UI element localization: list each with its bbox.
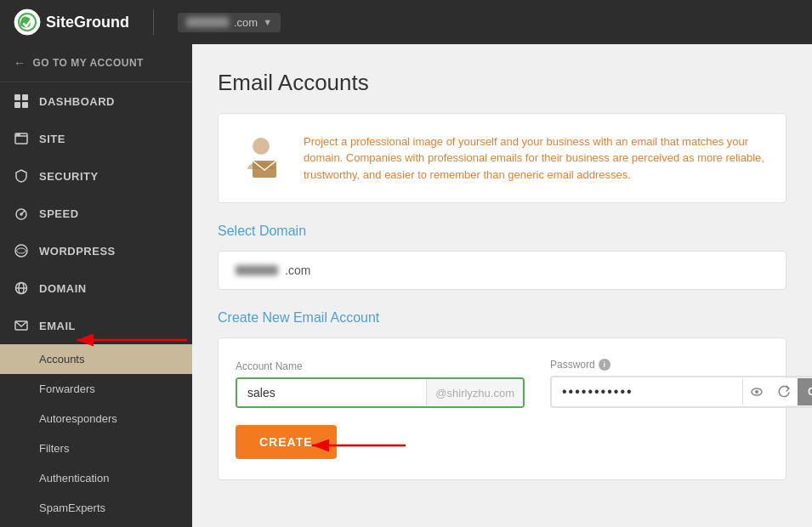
info-banner: Project a professional image of yourself… <box>218 113 786 203</box>
wordpress-icon <box>14 243 29 258</box>
copy-button[interactable]: COPY <box>798 378 812 405</box>
eye-icon <box>750 385 764 399</box>
topbar-divider <box>153 9 154 35</box>
sidebar-item-wordpress[interactable]: WORDPRESS <box>0 232 192 269</box>
svg-rect-3 <box>14 102 20 108</box>
globe-icon <box>14 280 29 296</box>
svg-point-7 <box>17 134 18 135</box>
chevron-down-icon: ▼ <box>263 17 272 27</box>
password-input[interactable] <box>552 377 742 406</box>
sidebar-item-statistics[interactable]: STATISTICS <box>0 523 192 527</box>
logo-text: SiteGround <box>46 14 129 31</box>
spamexperts-sub-label: SpamExperts <box>39 502 105 514</box>
password-group: Password i <box>550 359 812 408</box>
dashboard-label: DASHBOARD <box>39 95 115 108</box>
domain-box-blur <box>236 265 278 275</box>
password-info-icon[interactable]: i <box>599 359 610 371</box>
create-button[interactable]: CREATE <box>236 425 337 459</box>
speed-label: SPEED <box>39 207 79 220</box>
password-label: Password <box>550 359 595 371</box>
sidebar-item-autoresponders[interactable]: Autoresponders <box>0 404 192 434</box>
create-section-title: Create New Email Account <box>218 310 786 326</box>
siteground-logo-icon <box>14 8 41 36</box>
sidebar-item-accounts[interactable]: Accounts <box>0 344 192 374</box>
email-person-icon <box>236 131 287 185</box>
autoresponders-sub-label: Autoresponders <box>39 412 117 425</box>
domain-nav-label: DOMAIN <box>39 282 87 295</box>
account-name-group: Account Name @shirlyzhu.com <box>236 360 525 408</box>
authentication-sub-label: Authentication <box>39 472 109 484</box>
sidebar-item-site[interactable]: SITE <box>0 120 192 157</box>
sidebar-item-filters[interactable]: Filters <box>0 434 192 463</box>
password-input-wrap: COPY <box>550 376 812 408</box>
svg-rect-2 <box>22 94 28 100</box>
goto-my-account[interactable]: ← GO TO MY ACCOUNT <box>0 44 192 82</box>
sidebar-item-security[interactable]: SECURITY <box>0 157 192 195</box>
domain-box: .com <box>218 251 786 290</box>
domain-suffix: .com <box>234 16 258 29</box>
filters-sub-label: Filters <box>39 442 69 455</box>
account-name-input-wrap: @shirlyzhu.com <box>236 377 525 408</box>
sidebar-item-authentication[interactable]: Authentication <box>0 463 192 493</box>
sidebar-item-speed[interactable]: SPEED <box>0 195 192 232</box>
main-layout: ← GO TO MY ACCOUNT DASHBOARD SITE SECURI… <box>0 44 812 527</box>
page-title: Email Accounts <box>218 70 786 96</box>
create-button-area: CREATE <box>236 425 337 459</box>
back-arrow-icon: ← <box>14 56 26 70</box>
svg-point-12 <box>15 245 27 257</box>
wordpress-label: WORDPRESS <box>39 245 116 258</box>
refresh-icon <box>777 385 791 399</box>
email-icon <box>14 318 29 333</box>
account-name-label: Account Name <box>236 360 525 372</box>
speed-icon <box>14 206 29 221</box>
forwarders-sub-label: Forwarders <box>39 382 95 395</box>
password-visibility-toggle[interactable] <box>743 378 770 405</box>
create-section: Account Name @shirlyzhu.com Password i <box>218 337 786 480</box>
site-icon <box>14 131 29 146</box>
info-text: Project a professional image of yourself… <box>304 133 769 184</box>
sidebar-item-email[interactable]: EMAIL <box>0 307 192 344</box>
account-name-suffix: @shirlyzhu.com <box>426 379 523 406</box>
dashboard-icon <box>14 94 29 109</box>
domain-box-suffix: .com <box>285 264 310 277</box>
svg-rect-1 <box>14 94 20 100</box>
form-row: Account Name @shirlyzhu.com Password i <box>236 359 769 408</box>
select-domain-title: Select Domain <box>218 224 786 239</box>
password-label-row: Password i <box>550 359 812 371</box>
site-label: SITE <box>39 133 65 145</box>
svg-point-20 <box>755 390 758 394</box>
top-bar: SiteGround .com ▼ <box>0 0 812 44</box>
svg-point-11 <box>20 213 22 215</box>
svg-rect-4 <box>22 102 28 108</box>
domain-blur <box>186 17 229 27</box>
email-nav-label: EMAIL <box>39 320 76 332</box>
security-label: SECURITY <box>39 170 99 183</box>
account-name-input[interactable] <box>237 379 426 406</box>
sidebar-item-domain[interactable]: DOMAIN <box>0 269 192 307</box>
sidebar-item-dashboard[interactable]: DASHBOARD <box>0 82 192 120</box>
password-actions: COPY <box>742 378 812 405</box>
security-icon <box>14 168 29 184</box>
sidebar-item-forwarders[interactable]: Forwarders <box>0 374 192 404</box>
content-area: Email Accounts Project a professional im… <box>192 44 812 527</box>
svg-point-8 <box>19 134 20 135</box>
domain-selector[interactable]: .com ▼ <box>178 13 281 32</box>
sidebar-item-spamexperts[interactable]: SpamExperts <box>0 493 192 523</box>
accounts-sub-label: Accounts <box>39 353 84 366</box>
logo: SiteGround <box>14 8 129 36</box>
sidebar: ← GO TO MY ACCOUNT DASHBOARD SITE SECURI… <box>0 44 192 527</box>
domain-box-content: .com <box>236 264 769 277</box>
password-refresh-button[interactable] <box>770 378 798 405</box>
goto-label: GO TO MY ACCOUNT <box>33 57 144 69</box>
svg-point-17 <box>253 138 270 155</box>
